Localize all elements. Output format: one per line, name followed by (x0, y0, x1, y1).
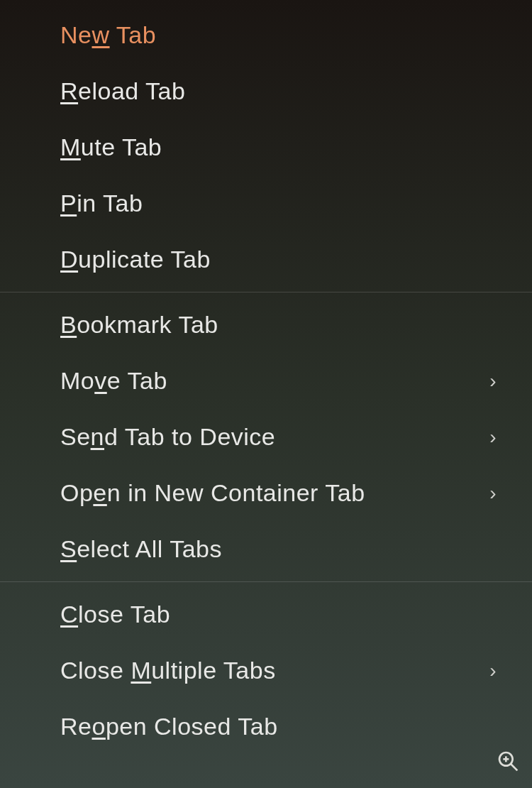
menu-item-label: Move Tab (60, 367, 167, 395)
menu-item-label: Send Tab to Device (60, 423, 275, 451)
menu-item-label: Open in New Container Tab (60, 479, 365, 507)
menu-item-reload-tab[interactable]: Reload Tab (0, 63, 532, 119)
menu-item-mute-tab[interactable]: Mute Tab (0, 119, 532, 175)
chevron-right-icon: › (489, 660, 497, 682)
menu-item-new-tab[interactable]: New Tab (0, 7, 532, 63)
menu-item-label: Reload Tab (60, 77, 185, 105)
menu-item-label: Close Tab (60, 601, 170, 628)
menu-item-label: Mute Tab (60, 133, 162, 161)
menu-item-label: Close Multiple Tabs (60, 657, 276, 684)
tab-context-menu: New Tab Reload Tab Mute Tab Pin Tab Dupl… (0, 0, 532, 788)
menu-separator (0, 581, 532, 582)
menu-item-reopen-closed-tab[interactable]: Reopen Closed Tab (0, 699, 532, 755)
menu-item-send-tab-to-device[interactable]: Send Tab to Device › (0, 409, 532, 465)
menu-item-label: Select All Tabs (60, 535, 222, 563)
menu-separator (0, 292, 532, 292)
menu-item-label: Reopen Closed Tab (60, 713, 278, 740)
menu-item-bookmark-tab[interactable]: Bookmark Tab (0, 297, 532, 353)
menu-item-close-multiple-tabs[interactable]: Close Multiple Tabs › (0, 642, 532, 699)
menu-item-move-tab[interactable]: Move Tab › (0, 353, 532, 409)
zoom-in-icon[interactable] (497, 750, 519, 775)
menu-item-open-in-new-container-tab[interactable]: Open in New Container Tab › (0, 465, 532, 521)
menu-item-duplicate-tab[interactable]: Duplicate Tab (0, 231, 532, 288)
chevron-right-icon: › (489, 370, 497, 393)
menu-item-select-all-tabs[interactable]: Select All Tabs (0, 521, 532, 577)
svg-line-1 (511, 764, 517, 770)
menu-item-label: Pin Tab (60, 190, 143, 217)
chevron-right-icon: › (489, 426, 497, 449)
chevron-right-icon: › (489, 482, 497, 505)
menu-item-label: New Tab (60, 21, 156, 49)
menu-item-label: Duplicate Tab (60, 246, 211, 273)
menu-item-label: Bookmark Tab (60, 311, 218, 339)
menu-item-pin-tab[interactable]: Pin Tab (0, 175, 532, 231)
menu-item-close-tab[interactable]: Close Tab (0, 586, 532, 642)
